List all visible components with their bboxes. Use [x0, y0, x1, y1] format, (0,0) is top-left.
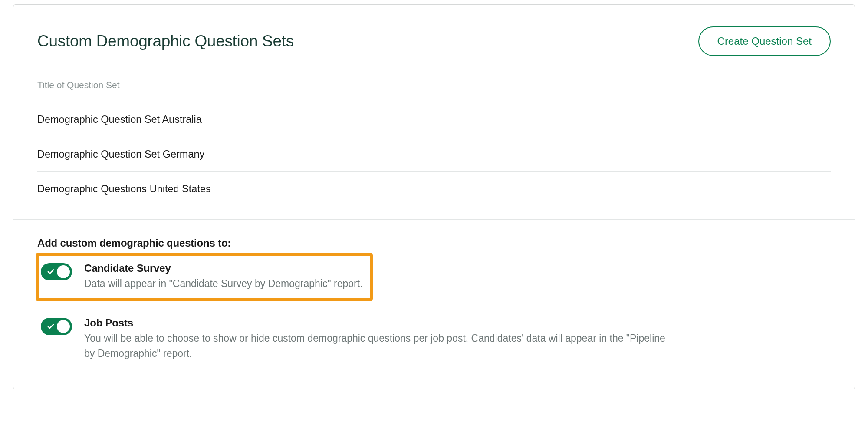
setting-title: Candidate Survey — [84, 262, 362, 274]
settings-heading: Add custom demographic questions to: — [37, 237, 831, 249]
toggle-knob — [57, 320, 70, 333]
setting-description: You will be able to choose to show or hi… — [84, 331, 674, 362]
setting-title: Job Posts — [84, 317, 827, 329]
question-set-row[interactable]: Demographic Questions United States — [37, 172, 831, 206]
job-posts-toggle[interactable] — [41, 318, 72, 335]
check-icon — [47, 268, 55, 276]
toggle-knob — [57, 265, 70, 278]
create-question-set-button[interactable]: Create Question Set — [698, 26, 831, 56]
question-set-row[interactable]: Demographic Question Set Australia — [37, 102, 831, 137]
candidate-survey-setting: Candidate Survey Data will appear in "Ca… — [37, 254, 371, 300]
job-posts-setting: Job Posts You will be able to choose to … — [37, 309, 831, 369]
setting-description: Data will appear in "Candidate Survey by… — [84, 276, 362, 292]
question-set-row[interactable]: Demographic Question Set Germany — [37, 137, 831, 172]
question-set-list: Demographic Question Set Australia Demog… — [37, 102, 831, 206]
page-title: Custom Demographic Question Sets — [37, 32, 294, 50]
candidate-survey-toggle[interactable] — [41, 263, 72, 280]
list-column-header: Title of Question Set — [37, 80, 831, 90]
check-icon — [47, 323, 55, 330]
question-sets-card: Custom Demographic Question Sets Create … — [13, 4, 855, 389]
